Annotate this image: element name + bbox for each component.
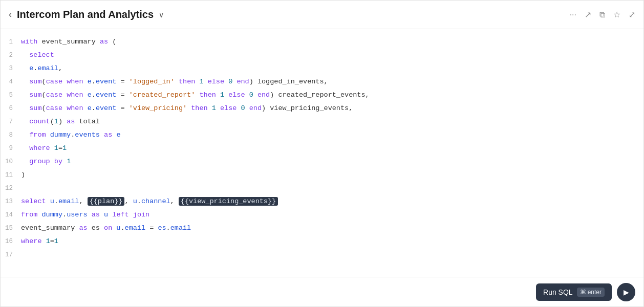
code-line: 6 sum(case when e.event = 'view_pricing'… [1,102,643,115]
header-right: ··· ↗ ⧉ ☆ ⤢ [570,10,635,19]
line-number: 14 [1,208,21,222]
line-content: sum(case when e.event = 'view_pricing' t… [21,102,643,115]
line-number: 1 [1,35,21,49]
expand-icon[interactable]: ⤢ [629,10,635,19]
line-content: from dummy.users as u left join [21,208,643,222]
code-line: 5 sum(case when e.event = 'created_repor… [1,89,643,102]
line-content: where 1=1 [21,235,643,248]
line-number: 17 [1,248,21,261]
line-number: 9 [1,142,21,155]
line-number: 13 [1,195,21,208]
title-dropdown-chevron[interactable]: ∨ [159,11,164,19]
line-content: e.email, [21,62,643,75]
code-line: 17 [1,248,643,261]
line-content: sum(case when e.event = 'logged_in' then… [21,75,643,89]
code-line: 7 count(1) as total [1,115,643,128]
line-content [21,182,643,195]
line-number: 3 [1,62,21,75]
line-number: 8 [1,128,21,142]
line-number: 15 [1,222,21,235]
back-button[interactable]: ‹ [9,9,12,20]
code-line: 13 select u.email, {{plan}}, u.channel, … [1,195,643,208]
line-number: 5 [1,89,21,102]
line-content: with event_summary as ( [21,35,643,49]
code-line: 11 ) [1,168,643,182]
play-icon: ▶ [624,288,629,296]
line-number: 12 [1,182,21,195]
code-line: 8 from dummy.events as e [1,128,643,142]
code-line: 2 select [1,49,643,62]
run-sql-label: Run SQL [543,288,573,296]
line-content: count(1) as total [21,115,643,128]
line-content: from dummy.events as e [21,128,643,142]
code-line: 15 event_summary as es on u.email = es.e… [1,222,643,235]
code-line: 9 where 1=1 [1,142,643,155]
code-line: 10 group by 1 [1,155,643,168]
code-line: 4 sum(case when e.event = 'logged_in' th… [1,75,643,89]
line-content: where 1=1 [21,142,643,155]
page-title: Intercom Plan and Analytics [17,9,154,20]
more-icon[interactable]: ··· [570,10,576,19]
code-line: 12 [1,182,643,195]
line-content: event_summary as es on u.email = es.emai… [21,222,643,235]
code-lines: 1 with event_summary as ( 2 select 3 e.e… [1,35,643,261]
line-number: 4 [1,75,21,89]
line-content: select [21,49,643,62]
line-content: sum(case when e.event = 'created_report'… [21,89,643,102]
play-button[interactable]: ▶ [617,283,635,301]
kbd-symbol: ⌘ [580,289,586,296]
code-line: 16 where 1=1 [1,235,643,248]
code-editor[interactable]: 1 with event_summary as ( 2 select 3 e.e… [1,29,643,277]
code-line: 14 from dummy.users as u left join [1,208,643,222]
line-number: 6 [1,102,21,115]
line-content: group by 1 [21,155,643,168]
line-number: 11 [1,168,21,182]
header-left: ‹ Intercom Plan and Analytics ∨ [9,9,164,20]
template-var-view-pricing: {{view_pricing_events}} [179,197,278,206]
line-number: 10 [1,155,21,168]
header: ‹ Intercom Plan and Analytics ∨ ··· ↗ ⧉ … [1,1,643,29]
line-number: 2 [1,49,21,62]
app-container: ‹ Intercom Plan and Analytics ∨ ··· ↗ ⧉ … [0,0,644,307]
run-sql-button[interactable]: Run SQL ⌘ enter [536,283,612,301]
code-line: 1 with event_summary as ( [1,35,643,49]
kbd-enter: enter [588,289,602,296]
copy-icon[interactable]: ⧉ [599,10,605,19]
star-icon[interactable]: ☆ [613,10,620,19]
footer-bar: Run SQL ⌘ enter ▶ [1,277,643,306]
line-content [21,248,643,261]
line-content: ) [21,168,643,182]
code-line: 3 e.email, [1,62,643,75]
template-var-plan: {{plan}} [88,197,125,206]
share-icon[interactable]: ↗ [585,10,591,19]
line-number: 16 [1,235,21,248]
line-number: 7 [1,115,21,128]
kbd-shortcut: ⌘ enter [577,288,605,297]
line-content: select u.email, {{plan}}, u.channel, {{v… [21,195,643,208]
